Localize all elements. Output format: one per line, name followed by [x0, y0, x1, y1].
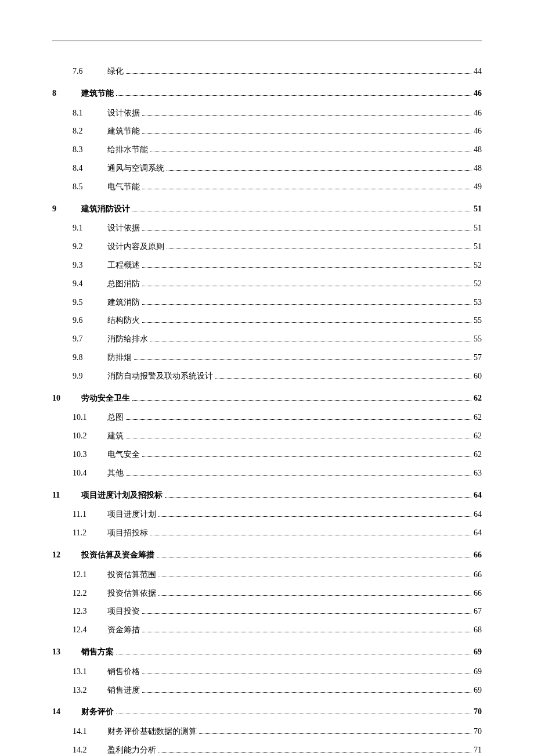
toc-title: 建筑消防 — [107, 296, 140, 309]
toc-page-number: 44 — [474, 64, 482, 78]
toc-number: 8.5 — [73, 180, 107, 194]
toc-title: 建筑节能 — [107, 124, 140, 138]
toc-number: 9 — [52, 202, 81, 216]
toc-page-number: 66 — [474, 586, 482, 600]
toc-number: 14.2 — [73, 743, 107, 756]
toc-page-number: 48 — [474, 161, 482, 175]
toc-leader-dots — [150, 152, 471, 152]
toc-title: 项目招投标 — [107, 526, 148, 540]
toc-page-number: 52 — [474, 258, 482, 272]
toc-page-number: 68 — [474, 623, 482, 637]
toc-title: 电气安全 — [107, 448, 140, 462]
toc-entry: 9.9消防自动报警及联动系统设计60 — [52, 369, 482, 383]
toc-title: 电气节能 — [107, 180, 140, 194]
toc-title: 投资估算依据 — [107, 586, 156, 600]
toc-number: 9.9 — [73, 369, 107, 383]
toc-page-number: 46 — [474, 106, 482, 120]
toc-leader-dots — [142, 267, 471, 268]
toc-entry: 9.1设计依据51 — [52, 221, 482, 235]
toc-entry: 11.2项目招投标64 — [52, 526, 482, 540]
toc-title: 总图消防 — [107, 277, 140, 291]
toc-entry: 13.2销售进度69 — [52, 683, 482, 697]
toc-page-number: 66 — [474, 568, 482, 582]
toc-entry: 14.2盈利能力分析71 — [52, 743, 482, 756]
toc-entry: 14.1财务评价基础数据的测算70 — [52, 725, 482, 739]
toc-leader-dots — [158, 752, 471, 753]
toc-title: 劳动安全卫生 — [81, 391, 130, 405]
toc-entry: 9.8防排烟57 — [52, 351, 482, 365]
toc-leader-dots — [142, 230, 471, 231]
toc-leader-dots — [116, 714, 471, 714]
toc-leader-dots — [126, 475, 471, 476]
toc-page-number: 66 — [474, 548, 482, 562]
toc-title: 建筑消防设计 — [81, 202, 130, 216]
toc-page-number: 63 — [474, 466, 482, 480]
toc-entry: 12投资估算及资金筹措66 — [52, 548, 482, 562]
toc-entry: 12.3项目投资67 — [52, 604, 482, 618]
toc-leader-dots — [157, 557, 471, 557]
toc-entry: 8.5电气节能49 — [52, 180, 482, 194]
toc-entry: 10.4其他63 — [52, 466, 482, 480]
toc-page-number: 62 — [474, 411, 482, 424]
toc-page-number: 51 — [474, 202, 482, 216]
toc-leader-dots — [150, 535, 471, 535]
toc-entry: 9.5建筑消防53 — [52, 296, 482, 309]
toc-number: 9.7 — [73, 332, 107, 346]
toc-leader-dots — [126, 73, 471, 74]
toc-number: 12.1 — [73, 568, 107, 582]
toc-number: 9.4 — [73, 277, 107, 291]
toc-number: 9.8 — [73, 351, 107, 365]
toc-number: 12 — [52, 548, 81, 562]
toc-title: 资金筹措 — [107, 623, 140, 637]
toc-number: 13.2 — [73, 683, 107, 697]
toc-number: 9.5 — [73, 296, 107, 309]
toc-number: 7.6 — [73, 64, 107, 78]
toc-number: 12.2 — [73, 586, 107, 600]
toc-title: 通风与空调系统 — [107, 161, 164, 175]
toc-title: 其他 — [107, 466, 124, 480]
toc-number: 8 — [52, 87, 81, 100]
toc-entry: 11.1项目进度计划64 — [52, 507, 482, 521]
toc-number: 9.6 — [73, 314, 107, 327]
toc-leader-dots — [142, 304, 471, 305]
toc-title: 结构防火 — [107, 314, 140, 327]
toc-leader-dots — [142, 133, 471, 134]
toc-number: 13 — [52, 645, 81, 659]
toc-number: 10.4 — [73, 466, 107, 480]
toc-entry: 9.7消防给排水55 — [52, 332, 482, 346]
toc-entry: 12.2投资估算依据66 — [52, 586, 482, 600]
table-of-contents: 7.6绿化448建筑节能468.1设计依据468.2建筑节能468.3给排水节能… — [52, 64, 482, 756]
toc-page-number: 62 — [474, 448, 482, 462]
toc-leader-dots — [142, 286, 471, 286]
toc-entry: 7.6绿化44 — [52, 64, 482, 78]
toc-title: 财务评价 — [81, 705, 114, 719]
toc-title: 绿化 — [107, 64, 124, 78]
toc-entry: 10.3电气安全62 — [52, 448, 482, 462]
toc-leader-dots — [167, 249, 471, 249]
toc-page-number: 71 — [474, 743, 482, 756]
toc-leader-dots — [116, 95, 471, 96]
toc-page-number: 53 — [474, 296, 482, 309]
toc-number: 14.1 — [73, 725, 107, 739]
toc-leader-dots — [158, 595, 471, 596]
toc-title: 销售进度 — [107, 683, 140, 697]
toc-title: 项目投资 — [107, 604, 140, 618]
toc-entry: 10.2建筑62 — [52, 429, 482, 443]
toc-page-number: 67 — [474, 604, 482, 618]
toc-entry: 13销售方案69 — [52, 645, 482, 659]
toc-title: 设计依据 — [107, 106, 140, 120]
toc-title: 销售价格 — [107, 665, 140, 679]
toc-page-number: 69 — [474, 665, 482, 679]
toc-entry: 8.1设计依据46 — [52, 106, 482, 120]
toc-page-number: 51 — [474, 221, 482, 235]
toc-number: 11.2 — [73, 526, 107, 540]
toc-page-number: 57 — [474, 351, 482, 365]
toc-number: 14 — [52, 705, 81, 719]
toc-entry: 11项目进度计划及招投标64 — [52, 488, 482, 502]
toc-entry: 9.4总图消防52 — [52, 277, 482, 291]
toc-leader-dots — [134, 359, 471, 360]
toc-leader-dots — [142, 322, 471, 323]
toc-number: 10.3 — [73, 448, 107, 462]
toc-page-number: 48 — [474, 143, 482, 157]
toc-leader-dots — [142, 674, 471, 674]
